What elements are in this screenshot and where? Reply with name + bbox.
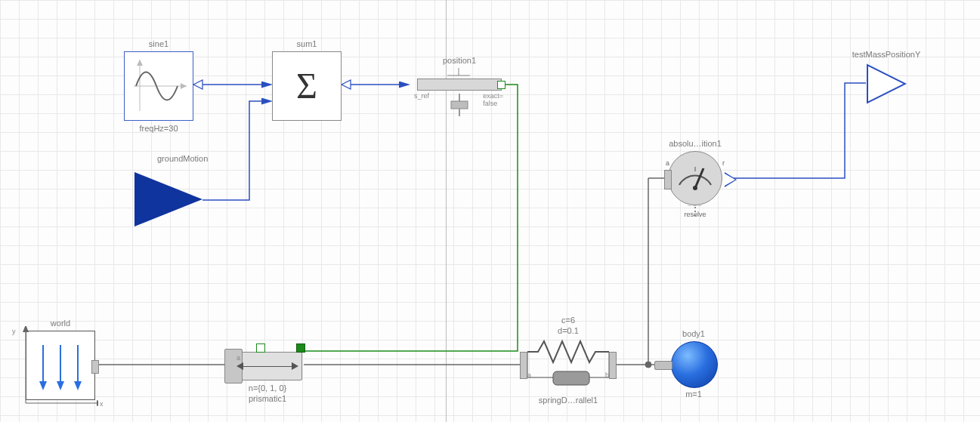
output-icon xyxy=(866,63,907,104)
groundmotion-icon xyxy=(134,172,202,226)
prismatic-block[interactable]: a b n={0, 1, 0} prismatic1 xyxy=(233,352,302,380)
sine-icon xyxy=(124,51,193,121)
svg-line-37 xyxy=(695,168,703,188)
prismatic-name-label: prismatic1 xyxy=(249,394,286,403)
sine-name-label: sine1 xyxy=(149,39,168,48)
springdamper-icon: a b xyxy=(523,337,614,390)
svg-rect-33 xyxy=(553,371,589,385)
svg-marker-10 xyxy=(181,83,187,89)
world-axis-y: y xyxy=(12,328,16,335)
body-frame-port xyxy=(654,361,672,370)
springdamper-param-d: d=0.1 xyxy=(558,326,579,335)
gauge-icon: a r resolve ┄┄┄ xyxy=(668,151,722,205)
body-name-label: body1 xyxy=(682,329,705,338)
svg-marker-26 xyxy=(97,400,98,406)
sum-name-label: sum1 xyxy=(297,39,317,48)
output-block[interactable]: testMassPositionY xyxy=(866,63,907,104)
svg-line-36 xyxy=(708,180,711,185)
position-mass-icon xyxy=(450,94,469,116)
prismatic-param: n={0, 1, 0} xyxy=(249,383,286,393)
prismatic-axis-port xyxy=(296,343,305,353)
position-param-val: false xyxy=(483,100,497,107)
position-param-key: exact= xyxy=(483,92,503,100)
position-name-label: position1 xyxy=(443,56,476,65)
svg-rect-16 xyxy=(451,101,468,109)
body-icon xyxy=(671,341,716,387)
springdamper-block[interactable]: c=6 d=0.1 a b springD…rallel1 xyxy=(523,337,614,390)
svg-marker-28 xyxy=(23,326,29,332)
gauge-port-r-label: r xyxy=(722,159,725,167)
absoluteposition-block[interactable]: absolu…ition1 a r resolve ┄┄┄ xyxy=(668,151,722,205)
sine-param-label: freqHz=30 xyxy=(139,124,178,133)
sum-block[interactable]: sum1 Σ xyxy=(272,51,342,121)
svg-marker-12 xyxy=(137,60,143,66)
prismatic-port-a: a xyxy=(236,354,240,362)
gauge-port-resolve-label: resolve xyxy=(684,211,706,218)
sine-block[interactable]: sine1 freqHz=30 xyxy=(124,51,193,121)
springdamper-param-c: c=6 xyxy=(561,316,575,325)
groundmotion-block[interactable]: groundMotion xyxy=(134,172,202,226)
position-port-label: s_ref xyxy=(414,92,429,100)
groundmotion-name-label: groundMotion xyxy=(157,154,208,163)
sigma-icon: Σ xyxy=(273,52,341,120)
world-block[interactable]: world y x xyxy=(26,331,95,400)
sd-frame-a xyxy=(520,352,527,379)
body-param: m=1 xyxy=(685,390,702,399)
prismatic-icon: a b xyxy=(233,352,302,380)
sd-frame-b xyxy=(609,352,617,379)
world-axis-x: x xyxy=(100,400,104,408)
position-block[interactable]: position1 s_ref exact= false xyxy=(417,79,502,91)
sd-port-b: b xyxy=(605,371,609,379)
absoluteposition-name-label: absolu…ition1 xyxy=(669,139,722,148)
sum-icon: Σ xyxy=(272,51,342,121)
prismatic-support-port xyxy=(256,343,265,353)
position-rail-icon xyxy=(417,79,502,91)
position-flange-port xyxy=(497,81,505,89)
springdamper-name-label: springD…rallel1 xyxy=(539,396,598,405)
svg-marker-39 xyxy=(867,65,905,103)
sd-port-a: a xyxy=(527,371,531,379)
svg-marker-18 xyxy=(134,172,202,226)
output-name-label: testMassPositionY xyxy=(852,50,920,59)
svg-line-34 xyxy=(679,180,682,185)
svg-point-38 xyxy=(693,186,697,190)
body-block[interactable]: body1 m=1 xyxy=(671,341,716,387)
